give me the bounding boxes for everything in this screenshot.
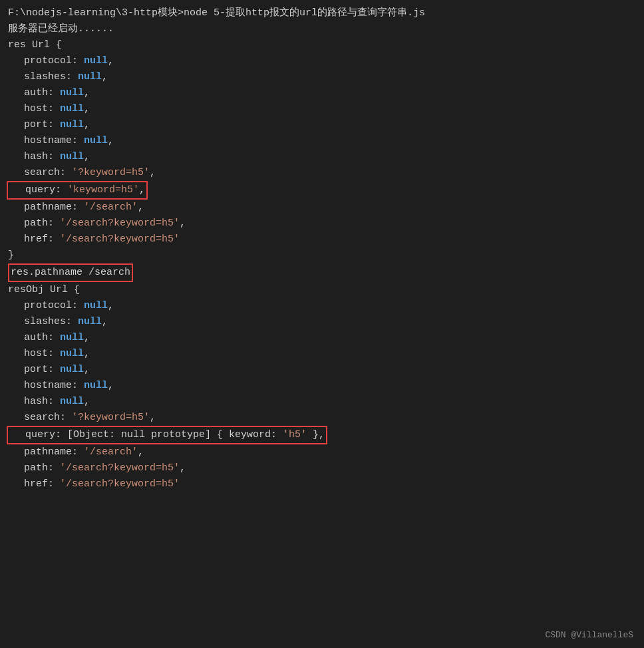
res-url-open: res Url {: [8, 37, 636, 53]
res-hostname: hostname: null,: [8, 133, 636, 149]
resobj-hostname: hostname: null,: [8, 378, 636, 394]
resobj-auth: auth: null,: [8, 330, 636, 346]
res-port: port: null,: [8, 117, 636, 133]
terminal-output: F:\nodejs-learning\3-http模块>node 5-提取htt…: [8, 5, 636, 492]
res-url-close: }: [8, 247, 636, 263]
resobj-slashes: slashes: null,: [8, 314, 636, 330]
resobj-host: host: null,: [8, 346, 636, 362]
watermark: CSDN @VillanelleS: [545, 630, 633, 640]
command-line: F:\nodejs-learning\3-http模块>node 5-提取htt…: [8, 5, 636, 21]
resobj-hash: hash: null,: [8, 394, 636, 410]
resobj-port: port: null,: [8, 362, 636, 378]
res-host: host: null,: [8, 101, 636, 117]
status-line: 服务器已经启动......: [8, 21, 636, 37]
resobj-url-open: resObj Url {: [8, 282, 636, 298]
resobj-path: path: '/search?keyword=h5',: [8, 460, 636, 476]
resobj-pathname: pathname: '/search',: [8, 444, 636, 460]
res-hash: hash: null,: [8, 149, 636, 165]
res-protocol: protocol: null,: [8, 53, 636, 69]
resobj-query-highlighted: query: [Object: null prototype] { keywor…: [8, 426, 636, 444]
res-path: path: '/search?keyword=h5',: [8, 216, 636, 232]
res-pathname-line: res.pathname /search: [8, 263, 636, 282]
res-href: href: '/search?keyword=h5': [8, 232, 636, 247]
res-pathname: pathname: '/search',: [8, 200, 636, 216]
resobj-href: href: '/search?keyword=h5': [8, 476, 636, 492]
resobj-protocol: protocol: null,: [8, 298, 636, 314]
res-auth: auth: null,: [8, 85, 636, 101]
res-query-highlighted: query: 'keyword=h5',: [8, 181, 636, 200]
res-search: search: '?keyword=h5',: [8, 165, 636, 181]
res-slashes: slashes: null,: [8, 69, 636, 85]
resobj-search: search: '?keyword=h5',: [8, 410, 636, 426]
